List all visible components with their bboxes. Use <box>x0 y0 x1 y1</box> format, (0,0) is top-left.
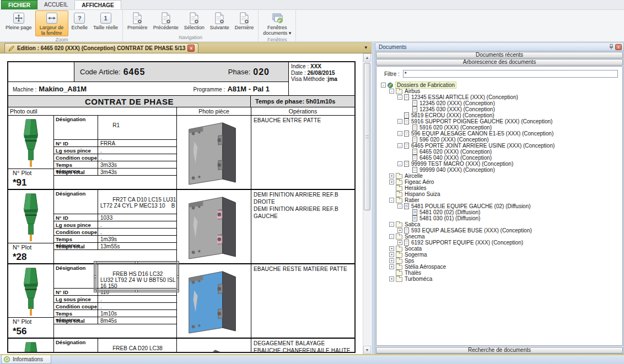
designation-value-cell[interactable]: R1 <box>98 116 176 140</box>
tree-item[interactable]: - 99999 TEST MACRO (XXX) (Conception) <box>376 161 622 167</box>
tree-expander[interactable]: + <box>397 240 402 245</box>
pleine-page-button[interactable]: Pleine page <box>3 10 34 36</box>
tree-item[interactable]: 5819 ECROU (XXX) (Conception) <box>376 112 622 118</box>
tab-affichage[interactable]: AFFICHAGE <box>74 0 121 9</box>
document-scrollbar[interactable]: ▲ ▼ <box>363 53 371 354</box>
lg-value[interactable]: . <box>98 147 176 154</box>
tree-expander[interactable]: - <box>397 204 402 209</box>
tree-expander[interactable]: - <box>389 234 394 239</box>
tree-expander[interactable]: + <box>389 276 394 281</box>
tree-item[interactable]: + Sogerma <box>376 252 622 258</box>
tree-expander[interactable]: + <box>397 228 402 233</box>
designation-value-cell[interactable]: FR2T CA D10 LC15 LU31 LT72 Z4 CYL P MEC1… <box>98 190 176 214</box>
nav-suivante-button[interactable]: Suivante <box>208 10 232 34</box>
tree-item[interactable]: - 5481 POULIE EQUIPE GAUCHE (02) (Diffus… <box>376 203 622 209</box>
tree-expander[interactable]: + <box>389 252 394 257</box>
document-tab[interactable]: Edition : 6465 020 (XXX) (Conception) CO… <box>4 43 198 53</box>
pin-icon[interactable] <box>609 44 614 50</box>
tree-item[interactable]: - 596 EQUIP ALESAGE CANON E1-E5 (XXX) (C… <box>376 131 622 137</box>
close-panel-icon[interactable]: x <box>615 44 622 50</box>
id-value[interactable]: 1033 <box>98 214 176 221</box>
fenetres-documents-button[interactable]: Fenêtres documents ▾ <box>261 10 293 36</box>
tree-item[interactable]: - Sabca <box>376 221 622 227</box>
tree-item[interactable]: - 12345 ESSAI ARTICLE (XXX) (Conception) <box>376 94 622 100</box>
tree-expander[interactable]: - <box>381 83 386 88</box>
id-value[interactable]: FRRA <box>98 140 176 147</box>
tree-item[interactable]: - Ratier <box>376 197 622 203</box>
tree-expander[interactable]: - <box>397 143 402 148</box>
documents-recents-bar[interactable]: Documents récents <box>376 52 623 58</box>
seq-value[interactable]: 1m10s <box>98 310 176 317</box>
arborescence-bar[interactable]: Arborescence des documents <box>376 59 623 66</box>
tree-item[interactable]: 596 020 (XXX) (Conception) <box>376 137 622 143</box>
tab-fichier[interactable]: FICHIER <box>1 0 37 9</box>
tree-item[interactable]: - 6465 PORTE JOINT ARRIERE USINE (XXX) (… <box>376 143 622 149</box>
tree-item[interactable]: + Turboméca <box>376 276 622 282</box>
tree-expander[interactable]: + <box>389 258 394 263</box>
tree-expander[interactable]: - <box>397 95 402 100</box>
condition-value[interactable]: . <box>98 229 176 236</box>
tree-item[interactable]: + Stélia Aérospace <box>376 264 622 270</box>
scrollbar-thumb[interactable] <box>364 63 370 210</box>
filter-input[interactable] <box>403 70 618 78</box>
tree-item[interactable]: + 6192 SUPPORT EQUIPE (XXX) (Conception) <box>376 240 622 246</box>
informations-tab[interactable]: › Informations <box>1 355 51 364</box>
tree-item[interactable]: + Figeac Aéro <box>376 179 622 185</box>
tree-item[interactable]: + Aircelle <box>376 173 622 179</box>
condition-value[interactable]: . <box>98 154 176 161</box>
condition-value[interactable]: . <box>98 303 176 310</box>
scroll-up-icon[interactable]: ▲ <box>363 53 371 62</box>
tree-expander[interactable]: - <box>389 89 394 94</box>
tree-expander[interactable]: + <box>389 173 394 178</box>
seq-value[interactable]: 3m33s <box>98 161 176 169</box>
tree-item[interactable]: 5916 020 (XXX) (Conception) <box>376 124 622 131</box>
nav-précédente-button[interactable]: Précédente <box>151 10 181 34</box>
nav-première-button[interactable]: Première <box>125 10 150 34</box>
tree-item[interactable]: - Airbus <box>376 88 622 94</box>
tree-item[interactable]: - 5916 SUPPORT POIGNEE GAUCHE (XXX) (Con… <box>376 118 622 124</box>
taille-reelle-button[interactable]: 1 Taille réelle <box>91 10 120 36</box>
tree-expander[interactable]: - <box>397 131 402 136</box>
tab-accueil[interactable]: ACCUEIL <box>37 0 74 9</box>
seq-value[interactable]: 1m39s <box>98 236 176 243</box>
tree-expander[interactable]: - <box>389 198 394 203</box>
tree-expander[interactable]: + <box>389 246 394 251</box>
tree-item[interactable]: Hispano Suiza <box>376 191 622 197</box>
nav-dernière-button[interactable]: Dernière <box>233 10 256 34</box>
tree-item[interactable]: Thalès <box>376 270 622 276</box>
tree-item[interactable]: 6465 040 (XXX) (Conception) <box>376 155 622 161</box>
recherche-documents-bar[interactable]: Recherche de documents <box>376 347 623 354</box>
tree-item[interactable]: + Socata <box>376 246 622 252</box>
echelle-button[interactable]: ? Echelle <box>69 10 90 36</box>
total-value[interactable]: 13m55s <box>98 243 176 250</box>
tree-item[interactable]: Herakles <box>376 185 622 191</box>
tree-item[interactable]: 12345 030 (XXX) (Conception) <box>376 106 622 112</box>
tree-expander[interactable]: + <box>389 264 394 269</box>
tree-expander[interactable]: - <box>397 161 402 166</box>
scroll-down-icon[interactable]: ▼ <box>363 346 371 354</box>
close-document-icon[interactable]: x <box>187 45 195 52</box>
total-value[interactable]: 8m45s <box>98 317 176 324</box>
tree-item[interactable]: - Snecma <box>376 233 622 240</box>
id-value[interactable]: 110 <box>98 289 176 296</box>
total-value[interactable]: 3m43s <box>98 169 176 176</box>
tree-item[interactable]: 6465 020 (XXX) (Conception) <box>376 149 622 155</box>
condition-label: Condition coupe <box>54 303 98 310</box>
tab-list-caret-icon[interactable]: ▾ <box>364 45 367 50</box>
tree-item[interactable]: + 593 EQUIP ALESAGE BUSE (XXX) (Concepti… <box>376 227 622 233</box>
tree-expander[interactable]: - <box>389 222 394 227</box>
designation-value-cell[interactable]: FREB CA D20 LC38 LU70 LT126 Z4 CYL * BBT… <box>98 339 176 353</box>
tree-item[interactable]: 5481 030 (01) (Diffusion) <box>376 215 622 221</box>
tree-item[interactable]: 5481 020 (02) (Diffusion) <box>376 209 622 215</box>
tree-item[interactable]: 99999 040 (XXX) (Conception) <box>376 167 622 173</box>
lg-value[interactable]: . <box>98 296 176 303</box>
largeur-fenetre-button[interactable]: Largeur de la fenêtre <box>35 10 68 36</box>
tree-item[interactable]: - Dossiers de Fabrication <box>376 82 622 88</box>
lg-value[interactable]: . <box>98 221 176 229</box>
tree-expander[interactable]: - <box>397 119 402 124</box>
nav-sélection-button[interactable]: Sélection <box>182 10 207 34</box>
tree-item[interactable]: + Sps <box>376 258 622 264</box>
designation-value-cell[interactable]: FREB HS D16 LC32 LU32 LT92 Z4 W U BBT50 … <box>98 264 176 289</box>
tree-item[interactable]: 12345 020 (XXX) (Conception) <box>376 100 622 106</box>
tree-expander[interactable]: + <box>389 180 394 184</box>
